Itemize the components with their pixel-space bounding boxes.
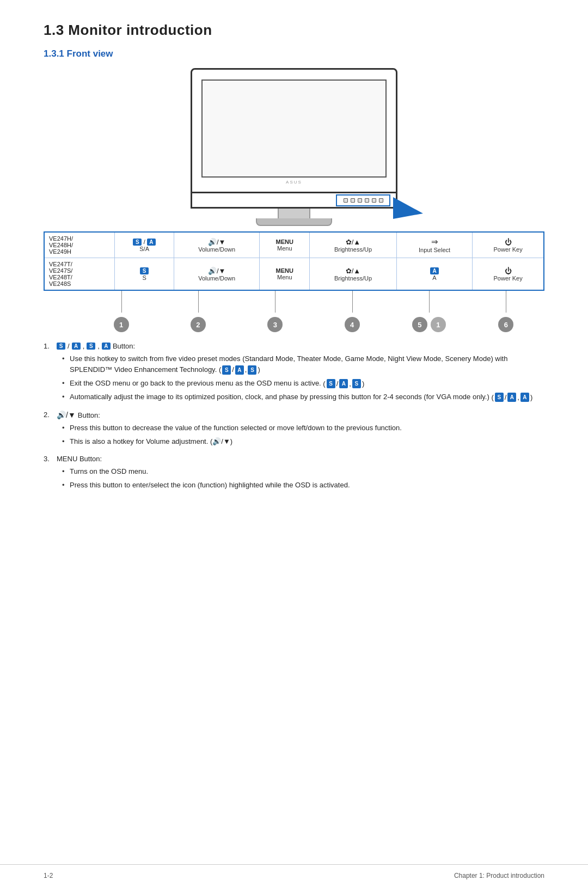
model-cell: VE247H/ VE248H/ VE249H xyxy=(44,232,115,258)
button-table: VE247H/ VE248H/ VE249H S / A S/A 🔊/▼ xyxy=(44,231,544,291)
bullet-item: Automatically adjust the image to its op… xyxy=(62,392,544,402)
monitor-diagram: ASUS xyxy=(44,68,544,226)
btn2-cell-row1: 🔊/▼ Volume/Down xyxy=(174,232,260,258)
circle-6: 6 xyxy=(498,317,513,332)
btn4-cell-row2: ✿/▲ Brightness/Up xyxy=(310,258,397,291)
btn6-cell-row1: ⏻ Power Key xyxy=(473,232,544,258)
bullet-item: Turns on the OSD menu. xyxy=(62,466,544,477)
s-icon-d: S xyxy=(495,393,504,402)
section-number-2: 2. xyxy=(44,411,57,419)
monitor-btn-4 xyxy=(365,198,369,203)
section-1: 1. S / A , S , A Button: Use this hotkey… xyxy=(44,342,544,405)
circle-4: 4 xyxy=(345,317,360,332)
bullet-item: Press this button to enter/select the ic… xyxy=(62,480,544,491)
btn1-cell-row2: S S xyxy=(115,258,174,291)
s-icon-b: S xyxy=(222,365,231,375)
monitor-brand: ASUS xyxy=(192,180,396,185)
section-bullets-2: Press this button to decrease the value … xyxy=(57,423,544,447)
circle-3: 3 xyxy=(267,317,283,332)
volume-icon-header: 🔊/▼ xyxy=(57,411,76,419)
num-spacer-5: 5 1 xyxy=(390,317,467,332)
line-1 xyxy=(83,291,160,313)
a-icon-b: A xyxy=(235,365,244,375)
section-header-2: 🔊/▼ Button: xyxy=(57,411,544,419)
line-5 xyxy=(390,291,467,313)
monitor-screen xyxy=(201,80,387,178)
menu-button-label: MENU Button: xyxy=(57,455,102,463)
a-icon-inline2: A xyxy=(102,343,111,350)
section-header-3: MENU Button: xyxy=(57,455,544,463)
footer-page-number: 1-2 xyxy=(44,872,53,879)
monitor-btn-1 xyxy=(344,198,348,203)
a-icon-inline: A xyxy=(72,343,81,350)
line-3 xyxy=(237,291,314,313)
a-icon-row2: A xyxy=(430,267,439,274)
num-spacer-1: 1 xyxy=(83,317,160,332)
circle-1: 1 xyxy=(114,317,129,332)
s-icon: S xyxy=(133,239,142,246)
section-number-1: 1. xyxy=(44,342,57,350)
monitor-stand-base xyxy=(256,218,332,226)
footer-chapter: Chapter 1: Product introduction xyxy=(454,872,544,879)
btn1-cell-row1: S / A S/A xyxy=(115,232,174,258)
monitor-btn-5 xyxy=(372,198,376,203)
section-bullets-3: Turns on the OSD menu. Press this button… xyxy=(57,466,544,490)
content-section: 1. S / A , S , A Button: Use this hotkey… xyxy=(44,342,544,493)
bullet-item: Use this hotkey to switch from five vide… xyxy=(62,353,544,375)
table-row: VE247T/ VE247S/ VE248T/ VE248S S S 🔊/▼ V… xyxy=(44,258,544,291)
monitor-btn-3 xyxy=(358,198,362,203)
page-footer: 1-2 Chapter 1: Product introduction xyxy=(0,864,588,886)
monitor-btn-6 xyxy=(379,198,383,203)
s-icon-c2: S xyxy=(352,379,361,388)
num-spacer-2: 2 xyxy=(160,317,236,332)
section-header-1: S / A , S , A Button: xyxy=(57,342,544,350)
line-4 xyxy=(314,291,390,313)
monitor-stand-neck xyxy=(278,209,310,218)
num-spacer-4: 4 xyxy=(314,317,390,332)
bullet-item: Exit the OSD menu or go back to the prev… xyxy=(62,378,544,389)
num-spacer-3: 3 xyxy=(237,317,314,332)
circle-5b: 1 xyxy=(431,317,446,332)
page-title: 1.3 Monitor introduction xyxy=(44,22,544,39)
section-content-3: MENU Button: Turns on the OSD menu. Pres… xyxy=(57,455,544,493)
button-table-wrapper: VE247H/ VE248H/ VE249H S / A S/A 🔊/▼ xyxy=(44,231,544,332)
a-icon-c: A xyxy=(339,379,348,388)
btn3-cell-row1: MENU Menu xyxy=(260,232,310,258)
btn3-cell-row2: MENU Menu xyxy=(260,258,310,291)
line-6 xyxy=(468,291,544,313)
monitor-body: ASUS xyxy=(191,68,397,193)
section-content-1: S / A , S , A Button: Use this hotkey to… xyxy=(57,342,544,405)
a-icon: A xyxy=(147,239,156,246)
btn5-cell-row2: A A xyxy=(396,258,472,291)
bullet-item: This is also a hotkey for Volume adjustm… xyxy=(62,436,544,447)
section-3: 3. MENU Button: Turns on the OSD menu. P… xyxy=(44,455,544,493)
model-cell: VE247T/ VE247S/ VE248T/ VE248S xyxy=(44,258,115,291)
num-spacer-6: 6 xyxy=(468,317,544,332)
btn5-cell-row1: ⇒ Input Select xyxy=(396,232,472,258)
btn2-cell-row2: 🔊/▼ Volume/Down xyxy=(174,258,260,291)
line-2 xyxy=(160,291,236,313)
bullet-item: Press this button to decrease the value … xyxy=(62,423,544,433)
connector-lines xyxy=(44,291,544,313)
circle-2: 2 xyxy=(191,317,206,332)
s-icon-c: S xyxy=(327,379,335,388)
monitor-bezel xyxy=(191,193,397,209)
a-icon-d2: A xyxy=(520,393,529,402)
numbers-row: 1 2 3 4 5 1 6 xyxy=(44,317,544,332)
btn4-cell-row1: ✿/▲ Brightness/Up xyxy=(310,232,397,258)
section-content-2: 🔊/▼ Button: Press this button to decreas… xyxy=(57,411,544,449)
subsection-title: 1.3.1 Front view xyxy=(44,48,544,59)
section-bullets-1: Use this hotkey to switch from five vide… xyxy=(57,353,544,402)
section-2: 2. 🔊/▼ Button: Press this button to decr… xyxy=(44,411,544,449)
monitor-buttons xyxy=(336,194,390,206)
table-row: VE247H/ VE248H/ VE249H S / A S/A 🔊/▼ xyxy=(44,232,544,258)
s-icon-row2: S xyxy=(140,267,149,274)
s-icon-inline: S xyxy=(57,343,65,350)
section-number-3: 3. xyxy=(44,455,57,463)
a-icon-d: A xyxy=(507,393,516,402)
monitor-btn-2 xyxy=(351,198,355,203)
s-icon-b2: S xyxy=(248,365,256,375)
circle-5: 5 xyxy=(412,317,427,332)
callout-arrow xyxy=(393,197,423,219)
s-icon-inline2: S xyxy=(87,343,95,350)
